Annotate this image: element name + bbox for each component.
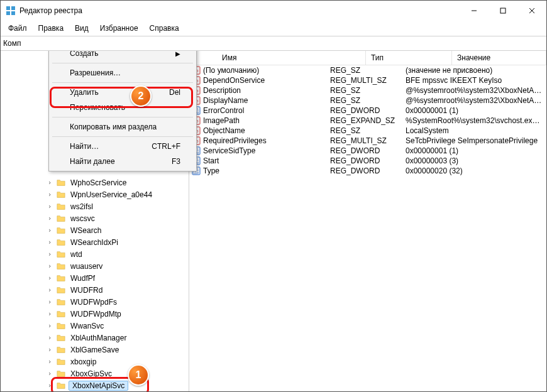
close-button[interactable] [517,1,546,21]
tree-item-label: wuauserv [69,262,104,271]
tree-item[interactable]: ›WSearchIdxPi [1,236,189,248]
folder-icon [56,262,66,271]
value-type: REG_SZ [330,66,406,75]
value-name: ObjectName [203,126,245,135]
value-row[interactable]: ObjectNameREG_SZLocalSystem [189,126,546,136]
values-list[interactable]: (По умолчанию)REG_SZ(значение не присвое… [189,65,546,391]
ctx-find[interactable]: Найти… CTRL+F [51,139,194,154]
expand-icon[interactable]: › [46,178,53,187]
expand-icon[interactable]: › [46,298,53,306]
expand-icon[interactable]: › [46,202,53,210]
tree-item[interactable]: ›WphoScrService [1,177,189,188]
expand-icon[interactable]: › [46,262,53,270]
ctx-separator [52,63,193,63]
value-name: ServiceSidType [203,146,255,155]
value-row[interactable]: ImagePathREG_EXPAND_SZ%SystemRoot%\syste… [189,116,546,126]
tree-item-label: WSearchIdxPi [69,238,120,247]
value-type: REG_DWORD [330,146,406,155]
minimize-button[interactable] [460,1,489,21]
tree-item-label: WudfPf [69,274,97,283]
tree-item[interactable]: ›ws2ifsl [1,200,189,212]
menu-fav[interactable]: Избранное [95,22,143,35]
expand-icon[interactable]: › [46,274,53,282]
expand-icon[interactable]: › [46,322,53,330]
tree-item-label: WUDFRd [69,286,104,295]
menu-file[interactable]: Файл [3,22,32,35]
col-name[interactable]: Имя [189,51,366,65]
tree-item[interactable]: ›WwanSvc [1,320,189,332]
ctx-find-next-accel: F3 [172,157,180,166]
expand-icon[interactable]: › [46,286,53,294]
tree-item[interactable]: ›XblGameSave [1,344,189,356]
expand-icon[interactable]: › [46,190,53,199]
value-row[interactable]: DescriptionREG_SZ@%systemroot%\system32\… [189,85,546,95]
col-value[interactable]: Значение [452,51,546,65]
expand-icon[interactable]: › [46,250,53,258]
tree-item-label: WUDFWpdFs [69,298,119,307]
value-data: 0x00000020 (32) [406,166,544,175]
tree-item[interactable]: ›WudfPf [1,272,189,284]
tree-item[interactable]: ›wuauserv [1,260,189,272]
tree-item[interactable]: ›wscsvc [1,212,189,224]
value-data: 0x00000003 (3) [406,156,544,165]
tree-item[interactable]: ›WUDFWpdFs [1,296,189,308]
value-name: ErrorControl [203,106,244,115]
value-row[interactable]: ErrorControlREG_DWORD0x00000001 (1) [189,106,546,116]
tree-item[interactable]: ›XboxGipSvc [1,368,189,379]
tree-item[interactable]: ›WSearch [1,224,189,236]
tree-item[interactable]: ›WUDFWpdMtp [1,308,189,320]
tree-item[interactable]: ›WpnUserService_a0e44 [1,188,189,200]
annotation-badge-2: 2 [130,85,152,107]
ctx-delete[interactable]: Удалить Del [51,85,194,100]
expand-icon[interactable]: › [46,226,53,234]
value-name: DisplayName [203,96,248,105]
expand-icon[interactable]: › [46,310,53,318]
main-area: ›WphoScrService›WpnUserService_a0e44›ws2… [1,51,546,391]
value-row[interactable]: DisplayNameREG_SZ@%systemroot%\system32\… [189,95,546,106]
tree-item-label: WSearch [69,226,103,235]
ctx-find-label: Найти… [70,142,99,151]
tree-item[interactable]: ›wtd [1,248,189,260]
tree-item[interactable]: ›XboxNetApiSvc [1,379,189,391]
svg-rect-5 [500,8,506,13]
ctx-create[interactable]: Создать ▶ [51,51,194,61]
tree-item[interactable]: ›WUDFRd [1,284,189,296]
value-row[interactable]: StartREG_DWORD0x00000003 (3) [189,156,546,166]
ctx-find-next[interactable]: Найти далее F3 [51,154,194,169]
tree-item[interactable]: ›XblAuthManager [1,332,189,344]
value-row[interactable]: ServiceSidTypeREG_DWORD0x00000001 (1) [189,146,546,156]
regedit-icon [6,6,16,16]
expand-icon[interactable]: › [46,238,53,246]
window-title: Редактор реестра [19,6,82,15]
folder-icon [56,346,66,354]
menu-view[interactable]: Вид [70,22,94,35]
value-name: Description [203,86,241,95]
ctx-delete-label: Удалить [70,88,99,97]
ctx-copy-key[interactable]: Копировать имя раздела [51,119,194,134]
expand-icon[interactable]: › [46,346,53,354]
value-type: REG_DWORD [330,106,406,115]
col-type[interactable]: Тип [366,51,452,65]
expand-icon[interactable]: › [46,381,53,389]
value-row[interactable]: TypeREG_DWORD0x00000020 (32) [189,166,546,176]
folder-icon [56,226,66,235]
value-row[interactable]: (По умолчанию)REG_SZ(значение не присвое… [189,65,546,75]
menu-edit[interactable]: Правка [33,22,69,35]
ctx-permissions-label: Разрешения… [70,68,121,77]
value-row[interactable]: RequiredPrivilegesREG_MULTI_SZSeTcbPrivi… [189,136,546,146]
expand-icon[interactable]: › [46,214,53,222]
expand-icon[interactable]: › [46,369,53,378]
expand-icon[interactable]: › [46,357,53,366]
value-data: SeTcbPrivilege SeImpersonatePrivilege [406,136,544,145]
folder-icon [56,286,66,295]
menu-help[interactable]: Справка [145,22,184,35]
maximize-button[interactable] [489,1,517,21]
address-bar[interactable]: Комп [1,36,546,51]
ctx-permissions[interactable]: Разрешения… [51,65,194,80]
tree-item[interactable]: ›xboxgip [1,356,189,368]
values-header: Имя Тип Значение [189,51,546,65]
ctx-rename[interactable]: Переименовать [51,100,194,115]
regedit-window: Редактор реестра Файл Правка Вид Избранн… [0,0,547,392]
expand-icon[interactable]: › [46,334,53,342]
value-row[interactable]: DependOnServiceREG_MULTI_SZBFE mpssvc IK… [189,75,546,85]
